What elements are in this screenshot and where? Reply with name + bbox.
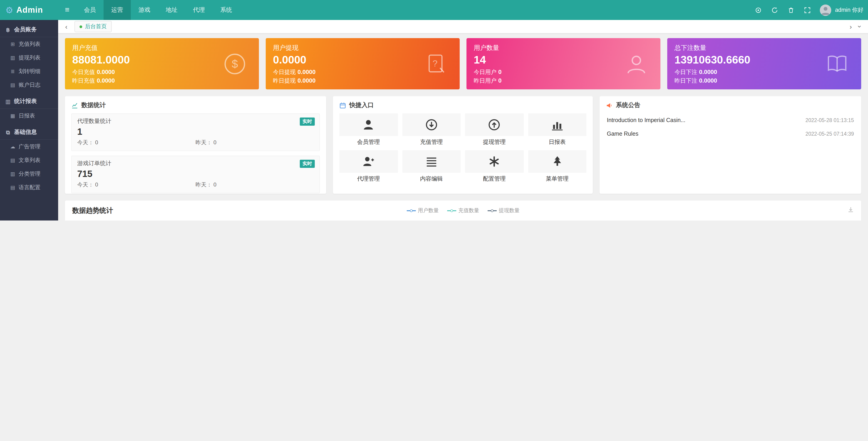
nav-item-game[interactable]: 游戏	[131, 0, 158, 20]
realtime-badge: 实时	[300, 117, 315, 126]
panel-title: 数据统计	[81, 101, 106, 109]
card-yesterday-label: 昨日提现	[273, 77, 296, 84]
notice-item[interactable]: Game Rules 2022-05-25 07:14:39	[599, 127, 861, 141]
card-yesterday-label: 昨日下注	[675, 77, 697, 84]
legend-recharge-count[interactable]: 充值数量	[447, 207, 479, 214]
card-title: 用户提现	[273, 44, 453, 52]
nav-item-operation[interactable]: 运营	[103, 0, 131, 20]
sidebar-item-ad-management[interactable]: ☁ 广告管理	[0, 140, 58, 154]
brand[interactable]: ⚙ Admin	[0, 0, 58, 20]
legend-label: 用户数量	[418, 207, 439, 214]
sidebar-toggle-icon[interactable]: ≡	[58, 0, 76, 20]
quick-label: 充值管理	[402, 138, 461, 146]
sidebar-item-account-log[interactable]: ▤ 账户日志	[0, 78, 58, 92]
stat-value: 1	[77, 127, 314, 137]
sidebar-item-article-list[interactable]: ▤ 文章列表	[0, 154, 58, 167]
person-plus-icon	[339, 150, 398, 173]
sidebar-item-category-management[interactable]: ▥ 分类管理	[0, 167, 58, 180]
tab-active-dot	[80, 25, 82, 28]
stat-yesterday-label: 昨天：	[195, 139, 212, 146]
quick-label: 日报表	[528, 138, 586, 146]
nav-item-address[interactable]: 地址	[158, 0, 185, 20]
list-lines-icon	[402, 150, 461, 173]
sidebar-group-label: 会员账务	[14, 26, 37, 34]
tabs-menu-icon[interactable]: ›	[855, 23, 864, 30]
realtime-badge: 实时	[300, 160, 315, 168]
sidebar-item-daily-report[interactable]: ▦ 日报表	[0, 109, 58, 123]
dashboard-content: 用户充值 88081.0000 今日充值0.0000 昨日充值0.0000 $ …	[58, 34, 868, 220]
card-title: 用户数量	[474, 44, 653, 52]
quick-recharge-management[interactable]: 充值管理	[402, 113, 461, 146]
member-icon	[339, 113, 398, 136]
legend-marker	[447, 209, 456, 212]
quick-label: 菜单管理	[528, 175, 586, 183]
svg-text:$: $	[231, 57, 238, 70]
quick-withdraw-management[interactable]: 提现管理	[465, 113, 524, 146]
notice-item[interactable]: Introduction to Imperial Casin... 2022-0…	[599, 113, 861, 127]
main-menu: ≡ 会员 运营 游戏 地址 代理 系统	[58, 0, 751, 20]
card-today-label: 今日提现	[273, 69, 296, 75]
sidebar-group-statistics[interactable]: ▥ 统计报表	[0, 94, 58, 109]
sidebar-group-basic-info[interactable]: ⧉ 基础信息	[0, 125, 58, 140]
asterisk-icon	[465, 150, 524, 173]
theme-icon[interactable]	[751, 0, 766, 20]
chart-header: 数据趋势统计 用户数量 充值数量 提现数量	[65, 201, 861, 220]
quick-daily-report[interactable]: 日报表	[528, 113, 586, 146]
card-today-label: 今日用户	[474, 69, 496, 75]
card-yesterday-value: 0.0000	[699, 77, 717, 84]
navbar-actions: admin 你好	[751, 0, 868, 20]
nav-item-agent[interactable]: 代理	[185, 0, 213, 20]
refresh-icon[interactable]	[767, 0, 782, 20]
tab-home[interactable]: 后台首页	[74, 21, 112, 32]
transfer-detail-icon: ≣	[10, 68, 16, 74]
account-log-icon: ▤	[10, 82, 16, 88]
card-today-value: 0	[498, 69, 501, 75]
card-yesterday-value: 0.0000	[298, 77, 316, 84]
sidebar-item-label: 充值列表	[19, 40, 40, 48]
nav-item-system[interactable]: 系统	[213, 0, 240, 20]
download-icon[interactable]	[847, 206, 854, 214]
notice-title: Game Rules	[607, 131, 639, 137]
card-title: 总下注数量	[675, 44, 854, 52]
sidebar-item-label: 分类管理	[19, 170, 40, 178]
sidebar-item-language-config[interactable]: ▤ 语言配置	[0, 180, 58, 194]
sidebar-item-label: 语言配置	[19, 183, 40, 191]
sidebar-item-recharge-list[interactable]: ⊞ 充值列表	[0, 37, 58, 51]
game-order-stat: 游戏订单统计 实时 715 今天： 0 昨天： 0	[71, 156, 320, 193]
agent-count-stat: 代理数量统计 实时 1 今天： 0 昨天： 0	[71, 113, 320, 151]
chart-legend: 用户数量 充值数量 提现数量	[406, 207, 520, 214]
card-today-value: 0.0000	[298, 69, 316, 75]
category-icon: ▥	[10, 171, 16, 177]
quick-content-edit[interactable]: 内容编辑	[402, 150, 461, 183]
username[interactable]: admin 你好	[835, 6, 864, 14]
person-icon	[624, 52, 649, 76]
bar-chart-icon	[528, 113, 586, 136]
trend-chart-panel: 数据趋势统计 用户数量 充值数量 提现数量	[65, 201, 861, 220]
withdraw-list-icon: ▥	[10, 55, 16, 61]
sidebar-item-transfer-detail[interactable]: ≣ 划转明细	[0, 64, 58, 78]
stat-card-total-bets: 总下注数量 13910630.6660 今日下注0.0000 昨日下注0.000…	[667, 38, 861, 90]
tabs-scroll-right-icon[interactable]: ›	[846, 23, 855, 30]
sidebar-item-label: 划转明细	[19, 67, 40, 75]
data-statistics-panel: 数据统计 代理数量统计 实时 1 今天： 0 昨天： 0 游戏订单统计 实时	[65, 96, 326, 194]
fullscreen-icon[interactable]	[800, 0, 815, 20]
legend-withdraw-count[interactable]: 提现数量	[487, 207, 520, 214]
clear-cache-icon[interactable]	[784, 0, 798, 20]
sidebar-item-withdraw-list[interactable]: ▥ 提现列表	[0, 51, 58, 64]
quick-member-management[interactable]: 会员管理	[339, 113, 398, 146]
sidebar-item-label: 账户日志	[19, 81, 40, 89]
nav-item-member[interactable]: 会员	[76, 0, 103, 20]
sidebar-group-member-accounts[interactable]: ฿ 会员账务	[0, 23, 58, 37]
legend-user-count[interactable]: 用户数量	[406, 207, 439, 214]
quick-config-management[interactable]: 配置管理	[465, 150, 524, 183]
notice-title: Introduction to Imperial Casin...	[607, 117, 685, 124]
stat-card-user-count: 用户数量 14 今日用户0 昨日用户0	[466, 38, 660, 90]
dollar-icon: $	[223, 52, 247, 76]
legend-marker	[487, 209, 496, 212]
panel-title: 系统公告	[616, 101, 641, 109]
tabs-scroll-left-icon[interactable]: ‹	[62, 23, 71, 30]
quick-menu-management[interactable]: 菜单管理	[528, 150, 586, 183]
avatar[interactable]	[820, 4, 831, 15]
quick-agent-management[interactable]: 代理管理	[339, 150, 398, 183]
sidebar-item-label: 广告管理	[19, 143, 40, 150]
